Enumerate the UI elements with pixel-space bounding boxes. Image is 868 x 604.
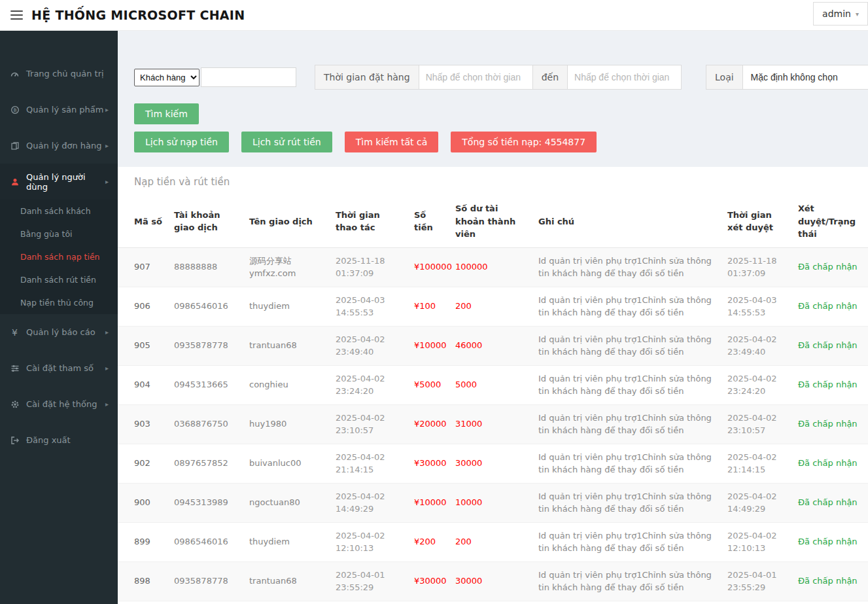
cell-amount: ¥200 [409,522,450,561]
cell-id: 898 [118,561,169,601]
sidebar-item-system-settings[interactable]: Cài đặt hệ thống ▸ [0,386,118,422]
chevron-right-icon: ▸ [105,178,109,185]
col-header-note: Ghi chú [533,196,722,247]
sidebar-item-parameters[interactable]: Cài đặt tham số ▸ [0,350,118,386]
user-menu-label: admin [822,9,851,19]
sidebar-item-logout[interactable]: Đăng xuất [0,422,118,458]
cell-review-time: 2025-04-03 14:55:53 [722,287,793,326]
type-select[interactable]: Mặc định không chọn [742,65,868,90]
user-menu[interactable]: admin ▾ [813,2,868,26]
cell-account: 0368876750 [169,404,244,444]
cell-amount: ¥100000 [409,247,450,287]
params-icon [9,363,20,373]
sidebar-item-orders[interactable]: Quản lý đơn hàng ▸ [0,128,118,164]
cell-account: 0986546016 [169,287,244,326]
cell-account: 88888888 [169,247,244,287]
table-row: 899 0986546016 thuydiem 2025-04-02 12:10… [118,522,868,561]
search-button[interactable]: Tìm kiếm [134,103,199,124]
cell-review-time: 2025-04-02 23:10:57 [722,404,793,444]
cell-amount: ¥30000 [409,444,450,483]
cell-balance: 200 [450,287,533,326]
submenu-item-deposit-list[interactable]: Danh sách nạp tiền [0,245,118,268]
keyword-input[interactable] [201,67,296,87]
sidebar-item-users[interactable]: Quản lý người dùng ▸ [0,164,118,200]
cell-time: 2025-04-02 23:24:20 [330,365,409,404]
cell-balance: 30000 [450,561,533,601]
search-all-button[interactable]: Tìm kiếm tất cả [345,132,439,152]
cell-status: Đã chấp nhận [793,365,868,404]
col-header-account: Tài khoản giao dịch [169,196,244,247]
cell-time: 2025-04-01 23:55:29 [330,561,409,601]
cell-balance: 20000 [450,601,533,604]
type-label: Loại [706,65,743,90]
users-icon [9,177,20,187]
deposit-table: Mã số Tài khoản giao dịch Tên giao dịch … [118,196,868,604]
users-submenu: Danh sách khách Bằng gùa tôi Danh sách n… [0,200,118,314]
cell-name: huy1980 [244,404,330,444]
chevron-right-icon: ▸ [105,364,109,372]
submenu-item-label: Nạp tiền thủ công [20,298,94,308]
sidebar-item-dashboard[interactable]: Trang chủ quản trị [0,56,118,92]
filter-row-1: Khách hàng Thời gian đặt hàng đến Loại M… [134,65,868,90]
svg-text:B: B [13,107,16,113]
chevron-right-icon: ▸ [105,400,109,408]
dashboard-icon [9,69,20,79]
cell-status: Đã chấp nhận [793,247,868,287]
order-time-group: Thời gian đặt hàng đến [315,65,682,90]
cell-balance: 200 [450,522,533,561]
time-from-input[interactable] [419,65,533,90]
submenu-item-customer-list[interactable]: Danh sách khách [0,200,118,222]
col-header-balance: Số dư tài khoản thành viên [450,196,533,247]
cell-name: 源码分享站 ymfxz.com [244,247,330,287]
col-header-name: Tên giao dịch [244,196,330,247]
menu-toggle-icon[interactable] [10,8,23,22]
total-deposit-badge: Tổng số tiền nạp: 4554877 [451,132,597,152]
cell-amount: ¥20000 [409,601,450,604]
cell-name: thuydiem [244,287,330,326]
logout-icon [9,435,20,445]
cell-amount: ¥20000 [409,404,450,444]
orders-icon [9,141,20,151]
cell-note: Id quản trị viên phụ trợ1Chỉnh sửa thông… [533,483,722,522]
submenu-item-label: Danh sách nạp tiền [20,252,100,262]
cell-name: thanhdong00 [244,601,330,604]
submenu-item-withdraw-list[interactable]: Danh sách rút tiền [0,268,118,291]
sidebar-item-label: Quản lý sản phẩm [26,105,103,115]
cell-time: 2025-04-02 12:10:13 [330,522,409,561]
cell-balance: 5000 [450,365,533,404]
app-title: HỆ THỐNG MICROSOFT CHAIN [31,8,245,22]
cell-note: Id quản trị viên phụ trợ1Chỉnh sửa thông… [533,404,722,444]
cell-status: Đã chấp nhận [793,601,868,604]
customer-type-select[interactable]: Khách hàng [134,69,200,86]
sidebar-item-reports[interactable]: ¥ Quản lý báo cáo ▸ [0,314,118,350]
cell-name: trantuan68 [244,326,330,365]
cell-review-time: 2025-11-18 01:37:09 [722,247,793,287]
cell-id: 900 [118,483,169,522]
submenu-item-manual-deposit[interactable]: Nạp tiền thủ công [0,291,118,314]
cell-account: 0945313665 [169,365,244,404]
withdraw-history-button[interactable]: Lịch sử rút tiền [241,132,332,152]
cell-note: Id quản trị viên phụ trợ1Chỉnh sửa thông… [533,601,722,604]
cell-id: 904 [118,365,169,404]
to-label: đến [532,65,568,90]
cell-status: Đã chấp nhận [793,483,868,522]
cell-account: 0897657852 [169,444,244,483]
cell-review-time: 2025-04-02 21:14:15 [722,444,793,483]
cell-review-time: 2025-04-02 23:24:20 [722,365,793,404]
table-header-row: Mã số Tài khoản giao dịch Tên giao dịch … [118,196,868,247]
sidebar-item-label: Quản lý đơn hàng [26,141,102,151]
cell-name: ngoctuan80 [244,483,330,522]
col-header-id: Mã số [118,196,169,247]
cell-review-time: 2025-04-02 23:49:40 [722,326,793,365]
deposit-history-button[interactable]: Lịch sử nạp tiền [134,132,229,152]
cell-review-time: 2025-04-01 23:55:29 [722,561,793,601]
time-to-input[interactable] [567,65,682,90]
cell-status: Đã chấp nhận [793,522,868,561]
sidebar-item-products[interactable]: B Quản lý sản phẩm ▸ [0,92,118,128]
submenu-item-my-group[interactable]: Bằng gùa tôi [0,222,118,245]
cell-name: buivanluc00 [244,444,330,483]
cell-account: 0935878778 [169,561,244,601]
table-row: 907 88888888 源码分享站 ymfxz.com 2025-11-18 … [118,247,868,287]
sidebar-item-label: Trang chủ quản trị [26,69,104,79]
cell-amount: ¥10000 [409,483,450,522]
